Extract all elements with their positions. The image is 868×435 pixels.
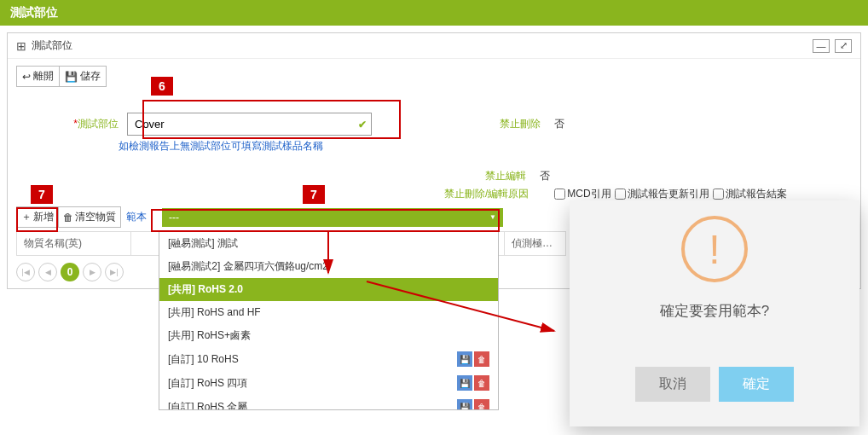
- add-button[interactable]: ＋ 新增: [16, 206, 59, 228]
- forbid-delete-value: 否: [549, 117, 570, 131]
- save-button[interactable]: 💾 儲存: [60, 66, 107, 87]
- dropdown-item[interactable]: [共用] RoHS and HF: [159, 301, 498, 324]
- clear-button[interactable]: 🗑 清空物質: [59, 206, 121, 228]
- panel-title: 測試部位: [32, 38, 72, 53]
- cancel-button[interactable]: 取消: [635, 367, 710, 402]
- dropdown-item-label: [共用] RoHS and HF: [168, 305, 261, 320]
- forbid-delete-label: 禁止刪除: [500, 117, 541, 131]
- dropdown-selected: ---: [169, 212, 179, 223]
- item-save-icon[interactable]: 💾: [457, 375, 472, 391]
- add-label: 新增: [33, 210, 54, 224]
- item-delete-icon[interactable]: 🗑: [474, 351, 489, 367]
- panel-head: ⊞ 測試部位 — ⤢: [8, 33, 860, 59]
- dropdown-item[interactable]: [自訂] RoHS 金屬💾🗑: [159, 395, 498, 410]
- template-label: 範本：: [121, 210, 162, 224]
- dropdown-item-label: [自訂] RoHS 金屬: [168, 400, 247, 411]
- save-label: 儲存: [80, 69, 101, 84]
- leave-label: 離開: [33, 69, 54, 84]
- warning-icon: !: [681, 216, 748, 282]
- template-dropdown[interactable]: --- ▼: [162, 208, 503, 227]
- confirm-modal: ! 確定要套用範本? 取消 確定: [570, 200, 859, 426]
- forbid-edit-label: 禁止編輯: [485, 169, 526, 183]
- testpart-input[interactable]: [127, 113, 372, 136]
- chevron-down-icon: ▼: [489, 213, 496, 221]
- pager-prev[interactable]: ◀: [38, 263, 57, 281]
- chk-update[interactable]: 測試報告更新引用: [615, 187, 709, 201]
- col-substance: 物質名稱(英): [16, 231, 131, 256]
- leave-button[interactable]: ↩ 離開: [16, 66, 60, 87]
- item-save-icon[interactable]: 💾: [457, 351, 472, 367]
- dropdown-item[interactable]: [自訂] RoHS 四項💾🗑: [159, 371, 498, 395]
- dropdown-item-label: [共用] RoHS+鹵素: [168, 328, 251, 343]
- item-delete-icon[interactable]: 🗑: [474, 399, 489, 410]
- check-icon: ✔: [358, 119, 367, 130]
- minimize-button[interactable]: —: [813, 39, 830, 53]
- forbid-edit-value: 否: [535, 169, 555, 183]
- chk-close[interactable]: 測試報告結案: [713, 187, 787, 201]
- leave-icon: ↩: [22, 71, 31, 83]
- grid-icon: ⊞: [16, 39, 26, 53]
- modal-message: 確定要套用範本?: [660, 301, 769, 321]
- dropdown-item[interactable]: [共用] RoHS+鹵素: [159, 324, 498, 347]
- hint-link[interactable]: 如檢測報告上無測試部位可填寫測試樣品名稱: [119, 137, 860, 155]
- pager-current: 0: [61, 263, 79, 281]
- expand-button[interactable]: ⤢: [835, 39, 852, 53]
- chk-mcd[interactable]: MCD引用: [554, 187, 610, 201]
- item-delete-icon[interactable]: 🗑: [474, 375, 489, 391]
- dropdown-item-label: [融易測試2] 金屬四項六價鉻ug/cm2: [168, 259, 328, 274]
- save-icon: 💾: [65, 71, 78, 83]
- dropdown-item[interactable]: [共用] RoHS 2.0: [159, 278, 498, 301]
- pager-first[interactable]: |◀: [16, 263, 35, 281]
- template-dropdown-list[interactable]: [融易測試] 測試[融易測試2] 金屬四項六價鉻ug/cm2[共用] RoHS …: [159, 231, 499, 410]
- chk-close-box[interactable]: [713, 188, 724, 200]
- pager-last[interactable]: ▶|: [105, 263, 124, 281]
- clear-label: 清空物質: [75, 210, 116, 224]
- chk-mcd-box[interactable]: [554, 188, 565, 200]
- page-header: 測試部位: [0, 0, 868, 26]
- toolbar: ↩ 離開 💾 儲存: [8, 59, 860, 94]
- dropdown-item[interactable]: [融易測試] 測試: [159, 232, 498, 255]
- dropdown-item-label: [共用] RoHS 2.0: [168, 282, 243, 297]
- dropdown-item-label: [自訂] RoHS 四項: [168, 376, 247, 391]
- col-limit: 偵測極限...: [505, 231, 566, 256]
- dropdown-item[interactable]: [自訂] 10 RoHS💾🗑: [159, 347, 498, 371]
- item-save-icon[interactable]: 💾: [457, 399, 472, 410]
- dropdown-item[interactable]: [融易測試2] 金屬四項六價鉻ug/cm2: [159, 255, 498, 278]
- ok-button[interactable]: 確定: [719, 367, 794, 402]
- form-row-testpart: *測試部位 ✔ 禁止刪除 否: [8, 111, 860, 137]
- page-title: 測試部位: [10, 5, 58, 19]
- plus-icon: ＋: [21, 210, 32, 224]
- reason-label: 禁止刪除/編輯原因: [444, 187, 529, 201]
- pager-next[interactable]: ▶: [83, 263, 101, 281]
- trash-icon: 🗑: [63, 212, 73, 223]
- testpart-label: *測試部位: [16, 117, 119, 131]
- chk-update-box[interactable]: [615, 188, 626, 200]
- dropdown-item-label: [融易測試] 測試: [168, 236, 238, 251]
- form-row-forbidedit: 禁止編輯 否: [8, 167, 860, 185]
- dropdown-item-label: [自訂] 10 RoHS: [168, 352, 239, 367]
